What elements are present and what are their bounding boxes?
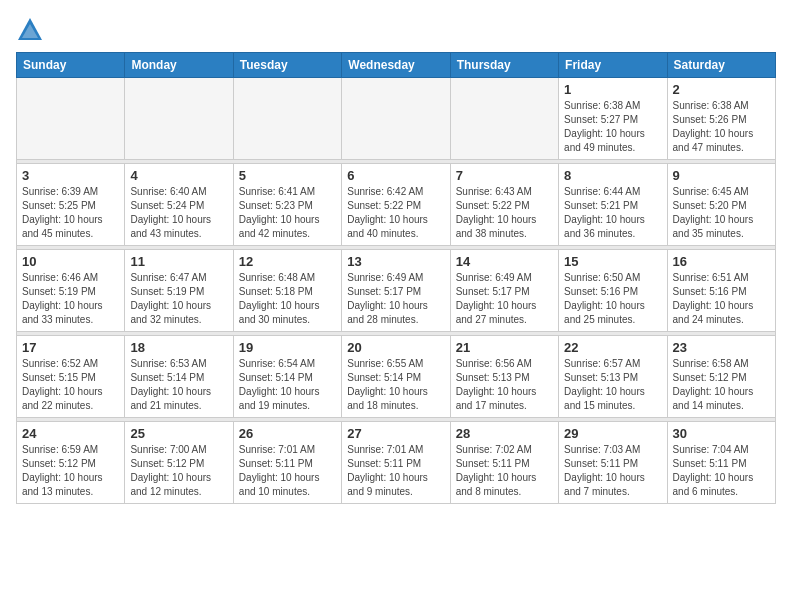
calendar-cell: 22Sunrise: 6:57 AMSunset: 5:13 PMDayligh…	[559, 336, 667, 418]
day-number: 8	[564, 168, 661, 183]
day-info: Sunrise: 7:02 AMSunset: 5:11 PMDaylight:…	[456, 443, 553, 499]
calendar-cell: 9Sunrise: 6:45 AMSunset: 5:20 PMDaylight…	[667, 164, 775, 246]
day-number: 28	[456, 426, 553, 441]
day-info: Sunrise: 7:01 AMSunset: 5:11 PMDaylight:…	[347, 443, 444, 499]
day-info: Sunrise: 6:56 AMSunset: 5:13 PMDaylight:…	[456, 357, 553, 413]
calendar-cell: 10Sunrise: 6:46 AMSunset: 5:19 PMDayligh…	[17, 250, 125, 332]
day-info: Sunrise: 6:44 AMSunset: 5:21 PMDaylight:…	[564, 185, 661, 241]
day-info: Sunrise: 6:42 AMSunset: 5:22 PMDaylight:…	[347, 185, 444, 241]
day-number: 26	[239, 426, 336, 441]
day-info: Sunrise: 6:49 AMSunset: 5:17 PMDaylight:…	[347, 271, 444, 327]
calendar-cell: 14Sunrise: 6:49 AMSunset: 5:17 PMDayligh…	[450, 250, 558, 332]
calendar-cell: 30Sunrise: 7:04 AMSunset: 5:11 PMDayligh…	[667, 422, 775, 504]
day-number: 16	[673, 254, 770, 269]
day-number: 10	[22, 254, 119, 269]
day-number: 14	[456, 254, 553, 269]
day-info: Sunrise: 6:49 AMSunset: 5:17 PMDaylight:…	[456, 271, 553, 327]
day-info: Sunrise: 6:58 AMSunset: 5:12 PMDaylight:…	[673, 357, 770, 413]
calendar-cell: 13Sunrise: 6:49 AMSunset: 5:17 PMDayligh…	[342, 250, 450, 332]
calendar-cell: 7Sunrise: 6:43 AMSunset: 5:22 PMDaylight…	[450, 164, 558, 246]
calendar-cell	[17, 78, 125, 160]
day-info: Sunrise: 6:39 AMSunset: 5:25 PMDaylight:…	[22, 185, 119, 241]
day-info: Sunrise: 6:57 AMSunset: 5:13 PMDaylight:…	[564, 357, 661, 413]
calendar-week-row-3: 10Sunrise: 6:46 AMSunset: 5:19 PMDayligh…	[17, 250, 776, 332]
calendar-cell	[233, 78, 341, 160]
day-info: Sunrise: 6:54 AMSunset: 5:14 PMDaylight:…	[239, 357, 336, 413]
day-info: Sunrise: 6:52 AMSunset: 5:15 PMDaylight:…	[22, 357, 119, 413]
day-number: 5	[239, 168, 336, 183]
day-number: 17	[22, 340, 119, 355]
weekday-header-tuesday: Tuesday	[233, 53, 341, 78]
calendar-cell: 20Sunrise: 6:55 AMSunset: 5:14 PMDayligh…	[342, 336, 450, 418]
day-info: Sunrise: 6:41 AMSunset: 5:23 PMDaylight:…	[239, 185, 336, 241]
calendar-week-row-2: 3Sunrise: 6:39 AMSunset: 5:25 PMDaylight…	[17, 164, 776, 246]
day-info: Sunrise: 6:38 AMSunset: 5:27 PMDaylight:…	[564, 99, 661, 155]
calendar-cell: 19Sunrise: 6:54 AMSunset: 5:14 PMDayligh…	[233, 336, 341, 418]
day-number: 3	[22, 168, 119, 183]
weekday-header-row: SundayMondayTuesdayWednesdayThursdayFrid…	[17, 53, 776, 78]
day-number: 7	[456, 168, 553, 183]
day-info: Sunrise: 6:53 AMSunset: 5:14 PMDaylight:…	[130, 357, 227, 413]
calendar-cell: 15Sunrise: 6:50 AMSunset: 5:16 PMDayligh…	[559, 250, 667, 332]
calendar-cell: 25Sunrise: 7:00 AMSunset: 5:12 PMDayligh…	[125, 422, 233, 504]
day-info: Sunrise: 6:40 AMSunset: 5:24 PMDaylight:…	[130, 185, 227, 241]
day-number: 4	[130, 168, 227, 183]
day-number: 11	[130, 254, 227, 269]
day-info: Sunrise: 6:47 AMSunset: 5:19 PMDaylight:…	[130, 271, 227, 327]
calendar-cell: 28Sunrise: 7:02 AMSunset: 5:11 PMDayligh…	[450, 422, 558, 504]
day-number: 30	[673, 426, 770, 441]
day-number: 21	[456, 340, 553, 355]
day-number: 23	[673, 340, 770, 355]
day-info: Sunrise: 7:00 AMSunset: 5:12 PMDaylight:…	[130, 443, 227, 499]
day-number: 15	[564, 254, 661, 269]
calendar-cell: 2Sunrise: 6:38 AMSunset: 5:26 PMDaylight…	[667, 78, 775, 160]
day-info: Sunrise: 6:51 AMSunset: 5:16 PMDaylight:…	[673, 271, 770, 327]
weekday-header-wednesday: Wednesday	[342, 53, 450, 78]
calendar-cell: 1Sunrise: 6:38 AMSunset: 5:27 PMDaylight…	[559, 78, 667, 160]
day-info: Sunrise: 6:59 AMSunset: 5:12 PMDaylight:…	[22, 443, 119, 499]
calendar-cell	[450, 78, 558, 160]
day-number: 19	[239, 340, 336, 355]
weekday-header-thursday: Thursday	[450, 53, 558, 78]
day-info: Sunrise: 7:01 AMSunset: 5:11 PMDaylight:…	[239, 443, 336, 499]
calendar-cell	[125, 78, 233, 160]
calendar-table: SundayMondayTuesdayWednesdayThursdayFrid…	[16, 52, 776, 504]
day-info: Sunrise: 6:46 AMSunset: 5:19 PMDaylight:…	[22, 271, 119, 327]
day-number: 25	[130, 426, 227, 441]
calendar-cell: 29Sunrise: 7:03 AMSunset: 5:11 PMDayligh…	[559, 422, 667, 504]
calendar-cell: 5Sunrise: 6:41 AMSunset: 5:23 PMDaylight…	[233, 164, 341, 246]
calendar-cell: 12Sunrise: 6:48 AMSunset: 5:18 PMDayligh…	[233, 250, 341, 332]
day-number: 24	[22, 426, 119, 441]
day-info: Sunrise: 7:04 AMSunset: 5:11 PMDaylight:…	[673, 443, 770, 499]
calendar-cell: 6Sunrise: 6:42 AMSunset: 5:22 PMDaylight…	[342, 164, 450, 246]
day-number: 12	[239, 254, 336, 269]
day-number: 2	[673, 82, 770, 97]
weekday-header-saturday: Saturday	[667, 53, 775, 78]
calendar-cell: 8Sunrise: 6:44 AMSunset: 5:21 PMDaylight…	[559, 164, 667, 246]
day-number: 27	[347, 426, 444, 441]
day-number: 29	[564, 426, 661, 441]
weekday-header-sunday: Sunday	[17, 53, 125, 78]
page-header	[16, 16, 776, 44]
calendar-cell: 16Sunrise: 6:51 AMSunset: 5:16 PMDayligh…	[667, 250, 775, 332]
calendar-cell: 21Sunrise: 6:56 AMSunset: 5:13 PMDayligh…	[450, 336, 558, 418]
calendar-cell: 18Sunrise: 6:53 AMSunset: 5:14 PMDayligh…	[125, 336, 233, 418]
calendar-cell: 26Sunrise: 7:01 AMSunset: 5:11 PMDayligh…	[233, 422, 341, 504]
logo-icon	[16, 16, 44, 44]
day-info: Sunrise: 6:50 AMSunset: 5:16 PMDaylight:…	[564, 271, 661, 327]
day-info: Sunrise: 6:45 AMSunset: 5:20 PMDaylight:…	[673, 185, 770, 241]
day-info: Sunrise: 6:43 AMSunset: 5:22 PMDaylight:…	[456, 185, 553, 241]
logo	[16, 16, 48, 44]
day-info: Sunrise: 7:03 AMSunset: 5:11 PMDaylight:…	[564, 443, 661, 499]
weekday-header-monday: Monday	[125, 53, 233, 78]
day-number: 20	[347, 340, 444, 355]
calendar-week-row-4: 17Sunrise: 6:52 AMSunset: 5:15 PMDayligh…	[17, 336, 776, 418]
day-info: Sunrise: 6:48 AMSunset: 5:18 PMDaylight:…	[239, 271, 336, 327]
calendar-cell: 27Sunrise: 7:01 AMSunset: 5:11 PMDayligh…	[342, 422, 450, 504]
day-number: 18	[130, 340, 227, 355]
calendar-cell: 23Sunrise: 6:58 AMSunset: 5:12 PMDayligh…	[667, 336, 775, 418]
day-number: 1	[564, 82, 661, 97]
day-number: 13	[347, 254, 444, 269]
calendar-cell: 11Sunrise: 6:47 AMSunset: 5:19 PMDayligh…	[125, 250, 233, 332]
calendar-cell: 17Sunrise: 6:52 AMSunset: 5:15 PMDayligh…	[17, 336, 125, 418]
